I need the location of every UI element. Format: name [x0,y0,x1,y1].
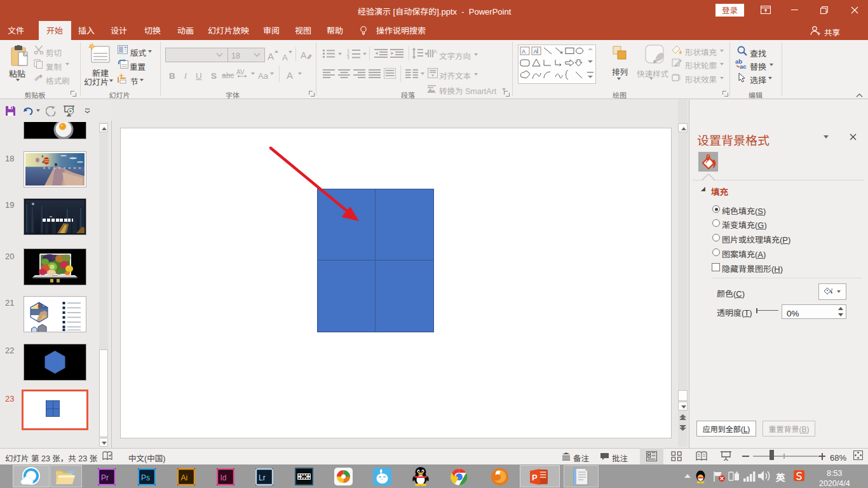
svg-text:Id: Id [220,473,227,482]
svg-text:A: A [433,48,437,55]
svg-text:A: A [522,48,526,55]
svg-text:Pr: Pr [101,473,109,482]
svg-text:Ps: Ps [141,473,150,482]
svg-text:AV: AV [236,69,245,76]
svg-text:ac: ac [740,63,747,69]
svg-text:P: P [532,473,538,482]
svg-text:Ai: Ai [181,473,188,482]
svg-text:Lr: Lr [259,473,266,482]
svg-text:A: A [534,48,538,55]
svg-text:3: 3 [347,55,349,59]
